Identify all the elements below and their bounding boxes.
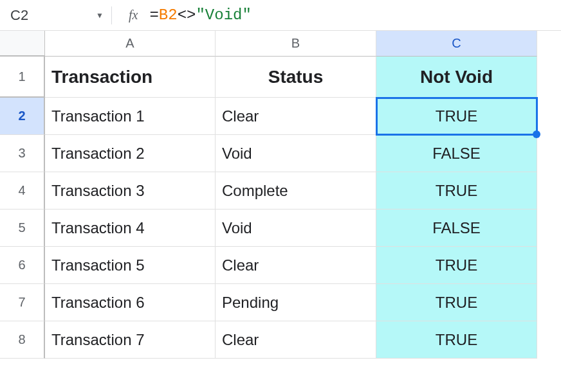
formula-bar: C2 ▼ fx =B2<>"Void" (0, 0, 561, 31)
row-header-6[interactable]: 6 (0, 247, 45, 284)
formula-equals: = (149, 6, 158, 24)
table-row: 7 Transaction 6 Pending TRUE (0, 284, 561, 321)
name-box[interactable]: C2 ▼ (5, 7, 111, 24)
column-header-B[interactable]: B (216, 31, 376, 57)
fill-handle[interactable] (533, 130, 540, 138)
row-header-5[interactable]: 5 (0, 209, 45, 247)
select-all-corner[interactable] (0, 31, 45, 57)
cell-C5[interactable]: FALSE (376, 209, 537, 247)
table-row: 3 Transaction 2 Void FALSE (0, 135, 561, 172)
table-row: 6 Transaction 5 Clear TRUE (0, 247, 561, 284)
cell-C1[interactable]: Not Void (376, 57, 537, 98)
table-row: 2 Transaction 1 Clear TRUE (0, 98, 561, 135)
divider (111, 6, 112, 24)
cell-B7[interactable]: Pending (216, 284, 376, 321)
column-header-C[interactable]: C (376, 31, 537, 57)
cell-A1[interactable]: Transaction (45, 57, 216, 98)
cell-C4[interactable]: TRUE (376, 172, 537, 209)
cell-A8[interactable]: Transaction 7 (45, 321, 216, 359)
cell-C7[interactable]: TRUE (376, 284, 537, 321)
cell-C6[interactable]: TRUE (376, 247, 537, 284)
cell-A3[interactable]: Transaction 2 (45, 135, 216, 172)
cell-B3[interactable]: Void (216, 135, 376, 172)
cell-B6[interactable]: Clear (216, 247, 376, 284)
table-row: 1 Transaction Status Not Void (0, 57, 561, 98)
cell-value: TRUE (436, 107, 477, 125)
formula-operator: <> (178, 6, 196, 24)
cell-C2[interactable]: TRUE (376, 98, 537, 135)
column-header-A[interactable]: A (45, 31, 216, 57)
row-header-1[interactable]: 1 (0, 57, 45, 98)
table-row: 5 Transaction 4 Void FALSE (0, 209, 561, 247)
row-header-7[interactable]: 7 (0, 284, 45, 321)
cell-A5[interactable]: Transaction 4 (45, 209, 216, 247)
cell-B4[interactable]: Complete (216, 172, 376, 209)
fx-icon: fx (129, 8, 138, 22)
cell-B1[interactable]: Status (216, 57, 376, 98)
column-header-row: A B C (0, 31, 561, 57)
cell-A7[interactable]: Transaction 6 (45, 284, 216, 321)
cell-B2[interactable]: Clear (216, 98, 376, 135)
cell-B8[interactable]: Clear (216, 321, 376, 359)
row-header-4[interactable]: 4 (0, 172, 45, 209)
cell-B5[interactable]: Void (216, 209, 376, 247)
row-header-2[interactable]: 2 (0, 98, 45, 135)
row-header-3[interactable]: 3 (0, 135, 45, 172)
formula-string: "Void" (196, 6, 251, 24)
cell-A4[interactable]: Transaction 3 (45, 172, 216, 209)
cell-A2[interactable]: Transaction 1 (45, 98, 216, 135)
table-row: 8 Transaction 7 Clear TRUE (0, 321, 561, 359)
cell-C3[interactable]: FALSE (376, 135, 537, 172)
chevron-down-icon[interactable]: ▼ (96, 11, 104, 20)
formula-input[interactable]: =B2<>"Void" (149, 6, 251, 24)
cell-A6[interactable]: Transaction 5 (45, 247, 216, 284)
table-row: 4 Transaction 3 Complete TRUE (0, 172, 561, 209)
spreadsheet-grid: A B C 1 Transaction Status Not Void 2 Tr… (0, 31, 561, 359)
row-header-8[interactable]: 8 (0, 321, 45, 359)
cell-C8[interactable]: TRUE (376, 321, 537, 359)
formula-cell-ref: B2 (159, 6, 178, 24)
cell-reference: C2 (10, 7, 28, 24)
